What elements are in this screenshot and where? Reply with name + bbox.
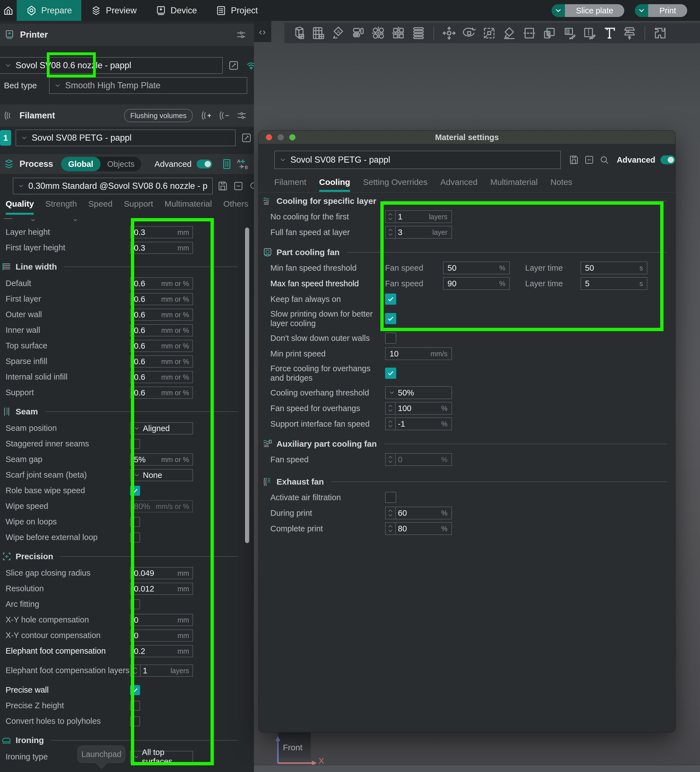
stepper-arrows[interactable]	[386, 226, 396, 238]
stepper-arrows[interactable]	[386, 418, 396, 430]
arc-fitting-checkbox[interactable]	[130, 599, 140, 609]
line-width-support-input[interactable]: 0.6mm or %	[130, 386, 193, 399]
scope-objects[interactable]: Objects	[100, 160, 141, 169]
arrange-button[interactable]	[351, 26, 366, 40]
activate-air-filtration-checkbox[interactable]	[385, 492, 396, 503]
line-width-first-layer-input[interactable]: 0.6mm or %	[130, 293, 193, 305]
min-print-speed-input[interactable]: 10mm/s	[385, 347, 452, 360]
layer-height-input[interactable]: 0.3mm	[130, 226, 193, 239]
tab-strength[interactable]: Strength	[46, 199, 77, 215]
save-material-icon[interactable]	[569, 154, 579, 165]
seam-gap-input[interactable]: 5%mm or %	[130, 453, 193, 466]
dialog-advanced-toggle[interactable]	[661, 155, 675, 164]
split-to-objects-button[interactable]	[371, 26, 386, 40]
tab-project[interactable]: Project	[206, 0, 267, 21]
assemble-button[interactable]	[653, 26, 667, 40]
scarf-joint-seam-select[interactable]: None	[130, 469, 193, 481]
precise-wall-checkbox[interactable]	[130, 685, 140, 695]
process-preset-combo[interactable]: 0.30mm Standard @Sovol SV08 0.6 nozzle -…	[13, 178, 213, 195]
tab-speed[interactable]: Speed	[88, 199, 113, 215]
text-tool-button[interactable]	[602, 26, 617, 40]
max-threshold-fan-speed-input[interactable]: 90%	[443, 277, 510, 290]
material-preset-combo[interactable]: Sovol SV08 PETG - pappl	[274, 150, 561, 169]
wipe-on-loops-checkbox[interactable]	[130, 517, 140, 527]
edit-filament-icon[interactable]	[240, 132, 252, 144]
cut-tool-button[interactable]	[522, 26, 536, 40]
search-settings-icon[interactable]	[249, 180, 254, 191]
slice-gap-closing-radius-input[interactable]: 0.049mm	[130, 567, 193, 579]
xy-contour-compensation-input[interactable]: 0mm	[130, 630, 193, 642]
stepper-arrows[interactable]	[131, 665, 141, 676]
stepper-arrows[interactable]	[386, 507, 396, 519]
scale-tool-button[interactable]	[482, 26, 496, 40]
print-dropdown[interactable]	[635, 4, 648, 17]
support-interface-fan-speed-stepper[interactable]: -1%	[385, 417, 452, 430]
xy-hole-compensation-input[interactable]: 0mm	[130, 614, 193, 626]
cooling-overhang-threshold-select[interactable]: 50%	[385, 386, 452, 399]
save-preset-icon[interactable]	[217, 180, 228, 191]
precise-z-height-checkbox[interactable]	[130, 701, 140, 711]
assembly-view-button[interactable]	[411, 26, 426, 40]
printer-settings-icon[interactable]	[236, 29, 247, 40]
stepper-arrows[interactable]	[386, 454, 396, 465]
auto-orient-button[interactable]: A	[331, 26, 345, 40]
dont-slow-outer-walls-checkbox[interactable]	[385, 332, 396, 343]
min-threshold-layer-time-input[interactable]: 50s	[581, 262, 648, 274]
add-object-button[interactable]	[291, 26, 306, 40]
max-threshold-layer-time-input[interactable]: 5s	[581, 277, 648, 290]
dialog-tab-cooling[interactable]: Cooling	[319, 177, 350, 192]
filament-preset-combo[interactable]: Sovol SV08 PETG - pappl	[16, 129, 236, 146]
measure-tool-button[interactable]	[622, 26, 637, 40]
role-base-wipe-speed-checkbox[interactable]	[130, 486, 140, 496]
first-layer-height-input[interactable]: 0.3mm	[130, 242, 193, 254]
setting-list-icon[interactable]	[222, 158, 233, 170]
scope-global[interactable]: Global	[61, 157, 100, 171]
dialog-tab-multimaterial[interactable]: Multimaterial	[490, 177, 538, 192]
collapse-panel-icon[interactable]	[233, 180, 244, 191]
dialog-tab-filament[interactable]: Filament	[274, 177, 306, 192]
wipe-speed-input[interactable]: 80%mm/s or %	[130, 500, 193, 512]
line-width-top-surface-input[interactable]: 0.6mm or %	[130, 340, 193, 352]
tab-device[interactable]: Device	[146, 0, 207, 21]
line-width-outer-wall-input[interactable]: 0.6mm or %	[130, 309, 193, 321]
seam-position-select[interactable]: Aligned	[130, 422, 193, 435]
full-fan-speed-at-layer-stepper[interactable]: 3layer	[385, 226, 452, 239]
during-print-fan-stepper[interactable]: 60%	[385, 507, 452, 519]
bed-type-select[interactable]: Smooth High Temp Plate	[49, 77, 247, 94]
tab-support[interactable]: Support	[124, 199, 153, 215]
dialog-titlebar[interactable]: Material settings	[259, 131, 675, 144]
home-button[interactable]	[0, 0, 17, 21]
tab-prepare[interactable]: Prepare	[17, 0, 81, 21]
ironing-type-select[interactable]: All top surfaces	[130, 751, 193, 763]
add-filament-icon[interactable]	[201, 110, 212, 121]
sidebar-scrollbar[interactable]	[245, 227, 249, 543]
edit-printer-icon[interactable]	[228, 60, 239, 71]
slow-printing-down-checkbox[interactable]	[385, 313, 396, 324]
filament-settings-icon[interactable]	[236, 110, 247, 121]
remove-filament-icon[interactable]	[218, 110, 230, 121]
tab-quality[interactable]: Quality	[6, 199, 34, 215]
line-width-sparse-infill-input[interactable]: 0.6mm or %	[130, 355, 193, 368]
complete-print-fan-stepper[interactable]: 80%	[385, 522, 452, 535]
slice-plate-button[interactable]: Slice plate	[551, 4, 625, 17]
wipe-before-external-loop-checkbox[interactable]	[130, 533, 140, 543]
dialog-tab-setting-overrides[interactable]: Setting Overrides	[363, 177, 428, 192]
stepper-arrows[interactable]	[386, 402, 396, 414]
support-painting-button[interactable]	[562, 26, 577, 40]
search-material-icon[interactable]	[599, 154, 610, 165]
stepper-arrows[interactable]	[386, 523, 396, 535]
compare-presets-icon[interactable]: AB	[236, 158, 249, 170]
force-cooling-overhangs-checkbox[interactable]	[385, 368, 396, 379]
staggered-inner-seams-checkbox[interactable]	[130, 439, 140, 449]
lay-on-face-button[interactable]	[502, 26, 517, 40]
no-cooling-first-layers-stepper[interactable]: 1layers	[385, 210, 452, 223]
printer-preset-combo[interactable]: Sovol SV08 0.6 nozzle - pappl	[0, 57, 223, 74]
resolution-input[interactable]: 0.012mm	[130, 582, 193, 595]
line-width-inner-wall-input[interactable]: 0.6mm or %	[130, 324, 193, 337]
zoom-window-button[interactable]	[289, 134, 295, 141]
keep-fan-always-on-checkbox[interactable]	[385, 294, 396, 305]
delete-material-icon[interactable]	[584, 154, 594, 165]
close-window-button[interactable]	[266, 134, 272, 141]
collapse-sidebar-button[interactable]: ‹›	[254, 21, 271, 42]
print-button[interactable]: Print	[635, 4, 687, 17]
